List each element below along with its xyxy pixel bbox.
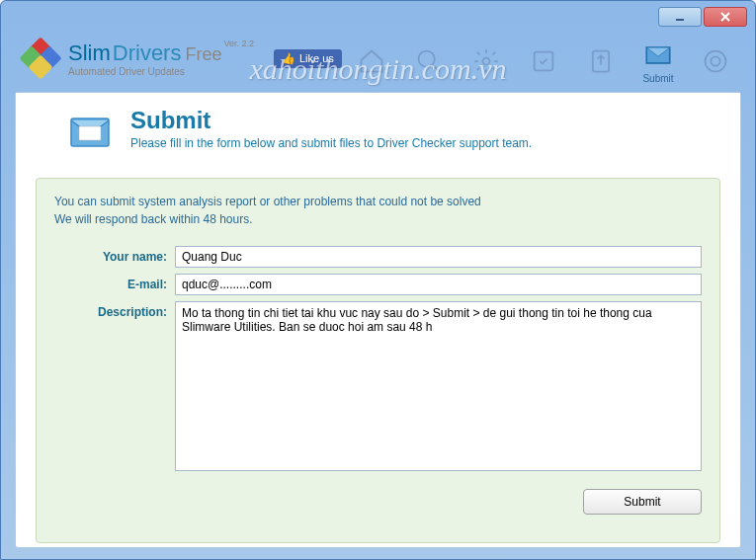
page-title: Submit [130,107,532,134]
toolbar-submit-label: Submit [642,73,673,84]
page-header: Submit Please fill in the form below and… [16,93,740,170]
like-label: Like us [299,52,334,64]
help-icon [700,45,731,77]
row-name: Your name: [54,246,702,268]
logo-text: Slim Drivers Free Ver. 2.2 Automated Dri… [68,40,254,77]
magnifier-icon [413,45,445,77]
svg-point-1 [419,51,435,67]
svg-point-7 [711,56,719,65]
form-info-line2: We will respond back within 48 hours. [54,210,702,228]
submit-icon [642,40,674,71]
toolbar-scan[interactable] [409,37,449,86]
form-info: You can submit system analysis report or… [54,193,702,228]
submit-button[interactable]: Submit [583,489,702,515]
restore-icon [528,45,559,77]
app-window: Slim Drivers Free Ver. 2.2 Automated Dri… [0,0,756,560]
app-logo-icon [21,39,60,78]
app-name-part3: Free [185,44,221,65]
label-description: Description: [54,301,175,471]
input-description[interactable] [175,301,702,471]
page-envelope-icon [65,107,115,156]
content-panel: Submit Please fill in the form below and… [15,92,741,548]
row-description: Description: [54,301,702,471]
svg-point-2 [483,58,490,65]
app-name-part2: Drivers [113,40,182,66]
toolbar-restore[interactable] [524,37,563,86]
svg-rect-0 [676,19,684,21]
input-email[interactable] [175,274,702,295]
header: Slim Drivers Free Ver. 2.2 Automated Dri… [1,29,755,88]
form-info-line1: You can submit system analysis report or… [54,193,702,210]
svg-point-6 [706,51,726,72]
toolbar-backup[interactable] [581,37,621,86]
label-name: Your name: [54,246,175,268]
page-title-area: Submit Please fill in the form below and… [130,107,532,156]
row-email: E-mail: [54,274,702,295]
toolbar-settings[interactable] [466,37,506,86]
minimize-button[interactable] [658,7,702,27]
app-version: Ver. 2.2 [223,39,254,48]
form-actions: Submit [54,489,702,515]
svg-rect-9 [79,126,101,140]
toolbar-home[interactable] [352,37,391,86]
titlebar [1,1,755,29]
toolbar-submit[interactable]: Submit [638,37,678,86]
thumbs-up-icon: 👍 [282,52,295,65]
input-name[interactable] [175,246,702,268]
page-subtitle: Please fill in the form below and submit… [130,136,532,150]
backup-icon [585,45,617,77]
like-button[interactable]: 👍 Like us [274,49,342,68]
toolbar: Submit [352,37,735,86]
app-tagline: Automated Driver Updates [68,66,254,77]
label-email: E-mail: [54,274,175,295]
logo-area: Slim Drivers Free Ver. 2.2 Automated Dri… [21,39,254,78]
home-icon [356,45,387,77]
form-panel: You can submit system analysis report or… [36,178,720,543]
app-name-part1: Slim [68,40,111,66]
window-controls [658,7,747,27]
close-button[interactable] [704,7,747,27]
toolbar-help[interactable] [696,37,735,86]
gear-icon [470,45,502,77]
